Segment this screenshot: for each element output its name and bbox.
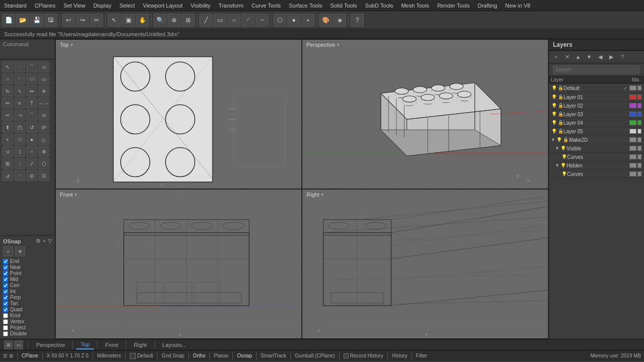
make2d-toggle-icon[interactable]: ▼ [551,137,555,142]
menu-new-in-v8[interactable]: New in V8 [501,2,534,10]
planar-display[interactable]: Planar [214,353,228,358]
layer-curves-hid-color[interactable] [629,171,636,176]
osnap-mid[interactable]: Mid [3,277,52,282]
layer-visible-icon[interactable]: 💡 [561,171,567,177]
select-btn[interactable]: ↖ [108,14,121,27]
menu-standard[interactable]: Standard [0,2,31,10]
control-pt-tool[interactable]: ◦ [14,170,25,181]
zoom-window-btn[interactable]: 🔍 [153,14,167,27]
scale-tool[interactable]: ⤡ [14,85,25,97]
layer-item-default[interactable]: 💡 🔓 Default ✓ [549,83,644,93]
layer-05-mat[interactable] [637,129,641,134]
circle-tool[interactable]: ○ [2,73,13,84]
curve-btn[interactable]: ~ [256,14,269,27]
layer-visible-icon[interactable]: 💡 [551,94,557,100]
layer-item-05[interactable]: 💡 🔓 Layer 05 [549,127,644,136]
tab-front[interactable]: Front [101,340,123,349]
grid-tool[interactable]: ⊞ [2,158,13,169]
window-select-btn[interactable]: ▣ [122,14,135,27]
layer-item-visible[interactable]: ▼ 💡 Visible [549,144,644,153]
extrude-btn[interactable]: ⬡ [273,14,286,27]
hatch-tool[interactable]: ≡ [14,98,25,109]
osnap-vertex[interactable]: Vertex [3,319,52,324]
vp-single-icon[interactable]: ▭ [14,340,23,349]
menu-viewport-layout[interactable]: Viewport Layout [139,2,187,10]
rebuild-tool[interactable]: ⊡ [38,170,49,181]
grid-snap-display[interactable]: Grid Snap [162,353,184,358]
tab-perspective[interactable]: Perspective [32,340,69,349]
box-select-tool[interactable]: ▭ [38,61,49,72]
arc-tool[interactable]: ◜ [14,73,25,84]
layer-visible-icon[interactable]: 💡 [560,162,567,168]
cplane-display[interactable]: CPlane [22,353,38,358]
sphere-solid-tool[interactable]: ● [26,134,37,145]
box-btn[interactable]: ▪ [301,14,314,27]
ortho-display[interactable]: Ortho [193,353,205,358]
layer-visible-icon[interactable]: 💡 [551,128,557,134]
flow-tool[interactable]: ⤦ [26,158,37,169]
layer-visible-color[interactable] [629,146,636,151]
osnap-filter-icon[interactable]: ▽ [48,238,52,244]
menu-solid-tools[interactable]: Solid Tools [326,2,361,10]
osnap-plus-btn[interactable]: + [3,246,13,256]
sphere-btn[interactable]: ● [287,14,300,27]
fillet-tool[interactable]: ⌒ [26,110,37,121]
layer-visible-icon[interactable]: 💡 [551,85,557,91]
gumball-display[interactable]: Gumball (CPlane) [295,353,335,358]
menu-surface-tools[interactable]: Surface Tools [285,2,326,10]
viewport-right-label[interactable]: Right ▼ [306,192,325,198]
point-tool[interactable]: · [14,61,25,72]
tab-right[interactable]: Right [129,340,151,349]
circle-btn[interactable]: ○ [227,14,240,27]
save-as-btn[interactable]: 🖫 [44,14,57,27]
layer-curves-vis-mat[interactable] [637,154,641,159]
color-wheel-btn[interactable]: 🎨 [319,14,332,27]
layer-visible-mat[interactable] [637,146,641,151]
osnap-display[interactable]: Osnap [237,353,252,358]
layer-04-color[interactable] [629,120,636,125]
menu-setview[interactable]: Set View [59,2,89,10]
osnap-add-icon[interactable]: + [43,238,46,244]
new-btn[interactable]: 📄 [2,14,15,27]
osnap-point[interactable]: Point [3,270,52,276]
draw-tool[interactable]: ✏ [2,98,13,109]
menu-curve-tools[interactable]: Curve Tools [248,2,285,10]
layer-item-curves-visible[interactable]: 💡 Curves [549,153,644,161]
zoom-all-btn[interactable]: ⊞ [182,14,195,27]
layer-03-color[interactable] [629,112,636,117]
rectangle-btn[interactable]: ▭ [213,14,226,27]
layer-item-02[interactable]: 💡 🔓 Layer 02 [549,102,644,110]
layer-curves-hid-mat[interactable] [637,171,641,176]
viewport-perspective-label[interactable]: Perspective ▼ [306,42,340,48]
layer-item-03[interactable]: 💡 🔓 Layer 03 [549,110,644,119]
layer-visible-icon[interactable]: 💡 [551,120,557,126]
layers-move-down-btn[interactable]: ▼ [584,52,594,62]
layer-item-04[interactable]: 💡 🔓 Layer 04 [549,119,644,127]
ellipse-tool[interactable]: ⬭ [26,73,37,84]
osnap-end[interactable]: End [3,258,52,264]
layers-settings-btn[interactable]: ? [617,52,627,62]
layers-right-btn[interactable]: ▶ [606,52,616,62]
tab-layouts[interactable]: Layouts... [158,340,191,349]
text-tool[interactable]: T [26,98,37,109]
menu-visibility[interactable]: Visibility [187,2,215,10]
layer-01-mat[interactable] [637,95,641,100]
osnap-settings-icon[interactable]: ⚙ [36,238,41,244]
revolve-tool[interactable]: ↺ [26,122,37,133]
record-history-display[interactable]: Record History [344,353,383,358]
layer-search-input[interactable] [553,65,640,74]
redo-btn[interactable]: ↪ [76,14,89,27]
boolean-split-tool[interactable]: ⊕ [38,146,49,157]
osnap-perp[interactable]: Perp [3,295,52,300]
layer-02-mat[interactable] [637,103,641,108]
trim-tool[interactable]: ✂ [2,110,13,121]
tab-top[interactable]: Top [76,340,94,349]
open-btn[interactable]: 📂 [16,14,29,27]
osnap-tan[interactable]: Tan [3,301,52,306]
help-btn[interactable]: ? [351,14,364,27]
mirror-tool[interactable]: ⇔ [26,85,37,97]
layers-new-btn[interactable]: + [551,52,561,62]
boolean-diff-tool[interactable]: ∖ [14,146,25,157]
drag-btn[interactable]: ✋ [136,14,149,27]
curve-select-tool[interactable]: ⌒ [26,61,37,72]
